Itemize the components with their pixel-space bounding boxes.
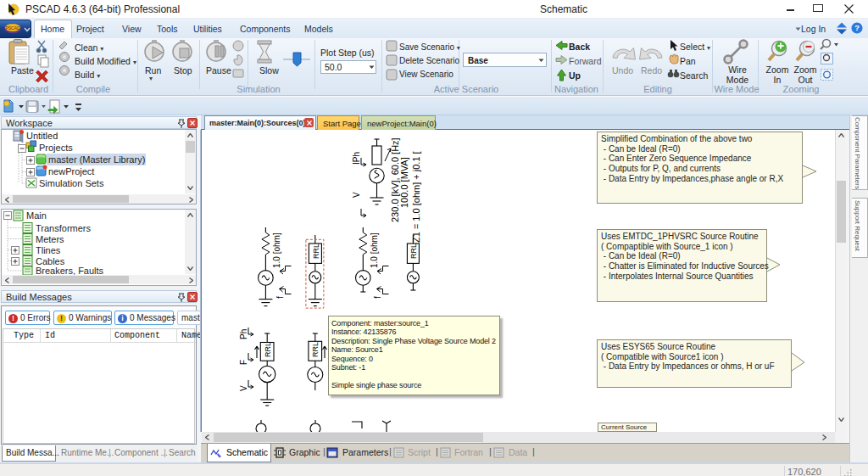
svg-text:f: f [275, 296, 285, 299]
svg-text:RRL: RRL [264, 342, 272, 357]
svg-text:PSCAD: PSCAD [5, 25, 20, 31]
svg-text:RRL: RRL [312, 244, 320, 259]
svg-text:1.0 [ohm]: 1.0 [ohm] [370, 232, 379, 268]
svg-text:Z1 = 1.0 [ohm] + j0.1 [: Z1 = 1.0 [ohm] + j0.1 [ [411, 151, 421, 243]
svg-text:V: V [239, 385, 248, 391]
svg-text:RRL: RRL [311, 342, 320, 357]
svg-text:f: f [373, 296, 382, 299]
svg-text:RRL: RRL [409, 244, 418, 259]
svg-text:100.0 [MVA]: 100.0 [MVA] [399, 157, 409, 208]
svg-text:IPh: IPh [352, 152, 361, 165]
svg-text:F: F [239, 360, 248, 365]
svg-text:?: ? [854, 24, 860, 32]
svg-text:Ph: Ph [239, 329, 248, 339]
svg-text:V: V [352, 192, 361, 198]
svg-text:1.0 [ohm]: 1.0 [ohm] [272, 232, 281, 268]
